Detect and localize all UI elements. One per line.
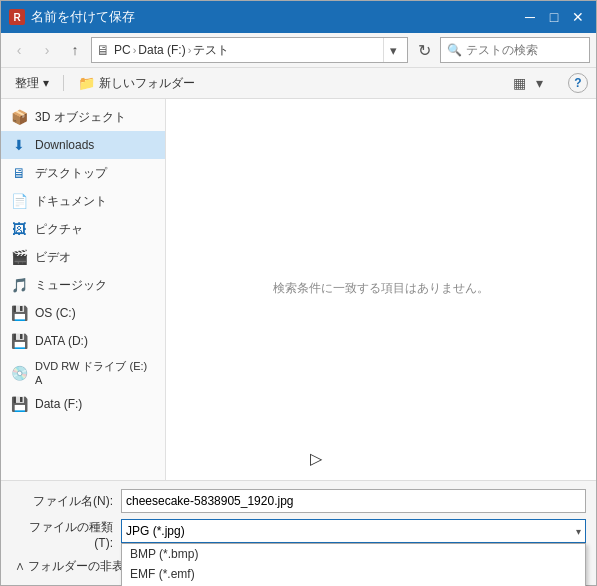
crumb-pc[interactable]: PC (114, 43, 131, 57)
dropdown-item-emf[interactable]: EMF (*.emf) (122, 564, 585, 584)
dialog-title: 名前を付けて保存 (31, 8, 520, 26)
search-box[interactable]: 🔍 (440, 37, 590, 63)
sidebar-item-drive-c[interactable]: 💾 OS (C:) (1, 299, 165, 327)
bottom-panel: ファイル名(N): ファイルの種類(T): JPG (*.jpg) ▾ BMP … (1, 480, 596, 585)
sidebar: 📦 3D オブジェクト ⬇ Downloads 🖥 デスクトップ 📄 ドキュメン… (1, 99, 166, 480)
sidebar-item-desktop[interactable]: 🖥 デスクトップ (1, 159, 165, 187)
maximize-button[interactable]: □ (544, 7, 564, 27)
crumb-data[interactable]: Data (F:) (138, 43, 185, 57)
sep2: › (188, 44, 192, 56)
downloads-icon: ⬇ (9, 135, 29, 155)
breadcrumb: PC › Data (F:) › テスト (114, 42, 229, 59)
sep1: › (133, 44, 137, 56)
refresh-button[interactable]: ↻ (412, 38, 436, 62)
sidebar-item-pictures[interactable]: 🖼 ピクチャ (1, 215, 165, 243)
view-mode-button[interactable]: ▦ (508, 72, 531, 94)
new-folder-button[interactable]: 📁 新しいフォルダー (72, 73, 201, 94)
search-input[interactable] (466, 43, 583, 57)
drive-f-icon: 💾 (9, 394, 29, 414)
dropdown-item-bmp[interactable]: BMP (*.bmp) (122, 544, 585, 564)
search-icon: 🔍 (447, 43, 462, 57)
main-area: 📦 3D オブジェクト ⬇ Downloads 🖥 デスクトップ 📄 ドキュメン… (1, 99, 596, 480)
sidebar-item-downloads[interactable]: ⬇ Downloads (1, 131, 165, 159)
new-folder-icon: 📁 (78, 75, 95, 91)
drive-c-icon: 💾 (9, 303, 29, 323)
sidebar-item-documents[interactable]: 📄 ドキュメント (1, 187, 165, 215)
help-button[interactable]: ? (568, 73, 588, 93)
filetype-dropdown[interactable]: BMP (*.bmp) EMF (*.emf) EXIF (*.exif) GI… (121, 543, 586, 586)
sidebar-item-drive-f[interactable]: 💾 Data (F:) (1, 390, 165, 418)
content-area: 検索条件に一致する項目はありません。 (166, 99, 596, 480)
videos-icon: 🎬 (9, 247, 29, 267)
address-dropdown-button[interactable]: ▾ (383, 38, 403, 62)
filetype-selected-value: JPG (*.jpg) (126, 524, 185, 538)
view-dropdown-button[interactable]: ▾ (533, 72, 546, 94)
sidebar-item-videos[interactable]: 🎬 ビデオ (1, 243, 165, 271)
minimize-button[interactable]: ─ (520, 7, 540, 27)
filetype-row: ファイルの種類(T): JPG (*.jpg) ▾ BMP (*.bmp) EM… (11, 519, 586, 550)
sidebar-item-music[interactable]: 🎵 ミュージック (1, 271, 165, 299)
up-button[interactable]: ↑ (63, 38, 87, 62)
crumb-test[interactable]: テスト (193, 42, 229, 59)
empty-message: 検索条件に一致する項目はありません。 (273, 279, 489, 296)
pictures-icon: 🖼 (9, 219, 29, 239)
documents-icon: 📄 (9, 191, 29, 211)
view-controls: ▦ ▾ (508, 72, 546, 94)
drive-e-icon: 💿 (9, 363, 29, 383)
toolbar-separator (63, 75, 64, 91)
app-icon: R (9, 9, 25, 25)
filetype-chevron: ▾ (576, 526, 581, 537)
music-icon: 🎵 (9, 275, 29, 295)
close-button[interactable]: ✕ (568, 7, 588, 27)
address-bar[interactable]: 🖥 PC › Data (F:) › テスト ▾ (91, 37, 408, 63)
3dobjects-icon: 📦 (9, 107, 29, 127)
desktop-icon: 🖥 (9, 163, 29, 183)
filename-input[interactable] (121, 489, 586, 513)
filetype-label: ファイルの種類(T): (11, 519, 121, 550)
navigation-toolbar: ‹ › ↑ 🖥 PC › Data (F:) › テスト ▾ ↻ 🔍 (1, 33, 596, 68)
filetype-select-wrapper: JPG (*.jpg) ▾ BMP (*.bmp) EMF (*.emf) EX… (121, 519, 586, 543)
save-dialog: R 名前を付けて保存 ─ □ ✕ ‹ › ↑ 🖥 PC › Data (F:) … (0, 0, 597, 586)
filetype-select[interactable]: JPG (*.jpg) ▾ (121, 519, 586, 543)
window-controls: ─ □ ✕ (520, 7, 588, 27)
sidebar-item-3dobjects[interactable]: 📦 3D オブジェクト (1, 103, 165, 131)
organize-button[interactable]: 整理 ▾ (9, 73, 55, 94)
sidebar-item-drive-e[interactable]: 💿 DVD RW ドライブ (E:) A (1, 355, 165, 390)
forward-button[interactable]: › (35, 38, 59, 62)
back-button[interactable]: ‹ (7, 38, 31, 62)
sidebar-item-drive-d[interactable]: 💾 DATA (D:) (1, 327, 165, 355)
drive-d-icon: 💾 (9, 331, 29, 351)
filename-row: ファイル名(N): (11, 489, 586, 513)
address-pc-icon: 🖥 (96, 42, 110, 58)
filename-label: ファイル名(N): (11, 493, 121, 510)
action-bar: 整理 ▾ 📁 新しいフォルダー ▦ ▾ ? (1, 68, 596, 99)
title-bar: R 名前を付けて保存 ─ □ ✕ (1, 1, 596, 33)
